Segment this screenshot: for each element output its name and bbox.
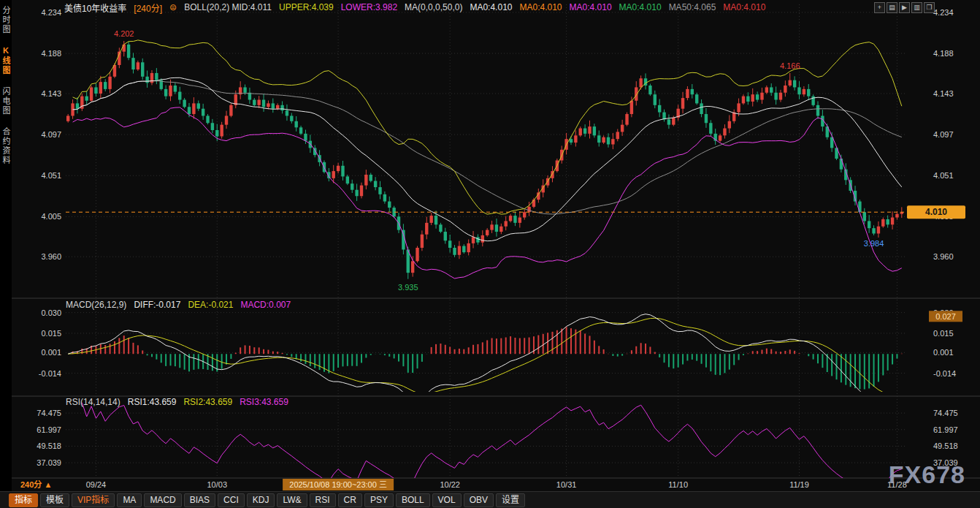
chart-text: 4.051: [41, 171, 61, 180]
indicator-value: MA0:4.010: [570, 2, 612, 12]
chart-text: 240分 ▲: [20, 479, 52, 489]
indicator-value: MA50:4.065: [669, 2, 716, 12]
chart-text: -0.014: [933, 369, 956, 378]
app-window: 分时图K线图闪电图合约资料 4.2344.2344.1884.1884.1434…: [0, 0, 980, 508]
toolbar-tab-1[interactable]: 模板: [40, 493, 69, 507]
chart-text: 4.143: [933, 89, 954, 98]
toolbar-tab-7[interactable]: KDJ: [247, 493, 275, 507]
period-label[interactable]: [240分]: [134, 1, 162, 14]
chart-text: 0.001: [41, 348, 61, 357]
sidebar-item-0[interactable]: 分时图: [1, 6, 11, 34]
indicator-line: [73, 107, 902, 278]
panel-readout-value: MACD:0.007: [240, 300, 291, 310]
indicator-line: [73, 81, 902, 214]
chart-text: 0.027: [935, 312, 956, 321]
toolbar-tab-3[interactable]: MA: [117, 493, 142, 507]
panel-readout-value: RSI1:43.659: [128, 397, 177, 407]
toolbar-tab-14[interactable]: OBV: [464, 493, 494, 507]
panel-readout-value: RSI3:43.659: [240, 397, 288, 407]
indicator-readout: BOLL(20,2) MID:4.011UPPER:4.039LOWER:3.9…: [184, 2, 765, 12]
chart-text: 09/24: [86, 480, 107, 489]
chart-text: 49.518: [37, 441, 61, 450]
date-axis: 09/2410/032025/10/08 19:00~23:00 三10/221…: [20, 479, 907, 490]
indicator-value: MA(0,0,0,50,0): [405, 2, 462, 12]
chart-text: 4.188: [933, 49, 954, 58]
axis-ticks: 74.47574.47561.99761.99749.51849.51837.0…: [37, 409, 957, 467]
panel-readout-value: RSI2:43.659: [183, 397, 232, 407]
chart-text: 0.015: [41, 329, 61, 338]
chart-text: 74.475: [37, 409, 61, 417]
indicator-value: MA0:4.010: [619, 2, 662, 12]
chart-text: 49.518: [933, 441, 958, 450]
indicator-line: [73, 77, 902, 240]
chart-text: 3.960: [41, 252, 61, 261]
chart-text: 2025/10/08 19:00~23:00 三: [289, 480, 387, 489]
chart-text: 10/22: [440, 480, 460, 489]
chart-text: 3.935: [398, 283, 418, 292]
window-controls: +▤▶▥❐: [874, 2, 935, 13]
toolbar-tab-4[interactable]: MACD: [144, 493, 181, 507]
chart-text: 4.051: [933, 171, 954, 180]
chart-text: 4.097: [41, 130, 61, 139]
panel-readout-value: MACD(26,12,9): [66, 300, 126, 310]
toolbar-tab-10[interactable]: CR: [338, 493, 362, 507]
toolbar-tab-13[interactable]: VOL: [432, 493, 462, 507]
left-sidebar: 分时图K线图闪电图合约资料: [0, 0, 12, 491]
chart-text: 3.984: [864, 239, 884, 248]
chart-text: 10/31: [556, 480, 577, 489]
indicator-line: [73, 40, 902, 214]
indicator-value: MA0:4.010: [723, 2, 765, 12]
chart-text: 4.097: [933, 130, 954, 139]
chart-text: 4.202: [114, 29, 134, 38]
chart-text: -0.014: [39, 369, 61, 378]
window-icon-4[interactable]: ❐: [924, 2, 935, 13]
toolbar-tab-12[interactable]: BOLL: [396, 493, 430, 507]
chart-text: 61.997: [37, 425, 61, 434]
chart-text: 11/10: [668, 480, 688, 489]
chart-text: 0.015: [933, 329, 954, 338]
main-chart-svg[interactable]: 4.2344.2344.1884.1884.1434.1434.0974.097…: [12, 0, 980, 491]
chart-text: 74.475: [933, 409, 958, 417]
toolbar-tab-0[interactable]: 指标: [9, 493, 38, 507]
toolbar-tab-8[interactable]: LW&: [277, 493, 307, 507]
toolbar-tab-5[interactable]: BIAS: [184, 493, 215, 507]
window-icon-2[interactable]: ▶: [899, 2, 910, 13]
chart-text: 4.005: [41, 212, 61, 221]
window-icon-3[interactable]: ▥: [911, 2, 922, 13]
rsi-header: RSI(14,14,14)RSI1:43.659RSI2:43.659RSI3:…: [66, 397, 288, 407]
chart-text: 4.234: [41, 8, 61, 17]
chart-text: 61.997: [933, 425, 958, 434]
toolbar-tab-11[interactable]: PSY: [364, 493, 394, 507]
sidebar-item-3[interactable]: 合约资料: [1, 127, 11, 165]
panel-readout-value: RSI(14,14,14): [66, 397, 120, 407]
toolbar-tab-2[interactable]: VIP指标: [72, 493, 115, 507]
chart-text: 11/19: [789, 480, 809, 489]
toolbar-tab-6[interactable]: CCI: [218, 493, 245, 507]
chart-text: 4.166: [780, 61, 800, 70]
symbol-title: 美债10年收益率: [64, 1, 126, 14]
chart-text: 4.234: [933, 8, 954, 17]
indicator-value: BOLL(20,2) MID:4.011: [184, 2, 272, 12]
chart-text: 0.001: [933, 348, 954, 357]
toolbar-tab-15[interactable]: 设置: [496, 493, 525, 507]
sidebar-item-2[interactable]: 闪电图: [1, 87, 11, 115]
chart-text: 4.188: [41, 49, 61, 58]
macd-header: MACD(26,12,9)DIFF:-0.017DEA:-0.021MACD:0…: [66, 300, 291, 310]
indicator-value: LOWER:3.982: [341, 2, 397, 12]
sidebar-item-1[interactable]: K线图: [1, 46, 11, 75]
toolbar-tab-9[interactable]: RSI: [310, 493, 336, 507]
panel-readout-value: DIFF:-0.017: [134, 300, 180, 310]
watermark: FX678: [889, 460, 965, 489]
pin-icon[interactable]: ⊜: [169, 2, 177, 12]
bottom-toolbar: 指标模板VIP指标MAMACDBIASCCIKDJLW&RSICRPSYBOLL…: [0, 491, 980, 508]
candlestick-series: [66, 41, 903, 279]
indicator-value: MA0:4.010: [470, 2, 512, 12]
indicator-value: MA0:4.010: [519, 2, 562, 12]
chart-text: 10/03: [207, 480, 228, 489]
axis-ticks: 4.2344.2344.1884.1884.1434.1434.0974.097…: [41, 8, 953, 261]
window-icon-0[interactable]: +: [874, 2, 885, 13]
chart-text: 3.960: [933, 252, 954, 261]
window-icon-1[interactable]: ▤: [887, 2, 897, 13]
indicator-value: UPPER:4.039: [279, 2, 334, 12]
chart-text: 4.143: [41, 89, 61, 98]
